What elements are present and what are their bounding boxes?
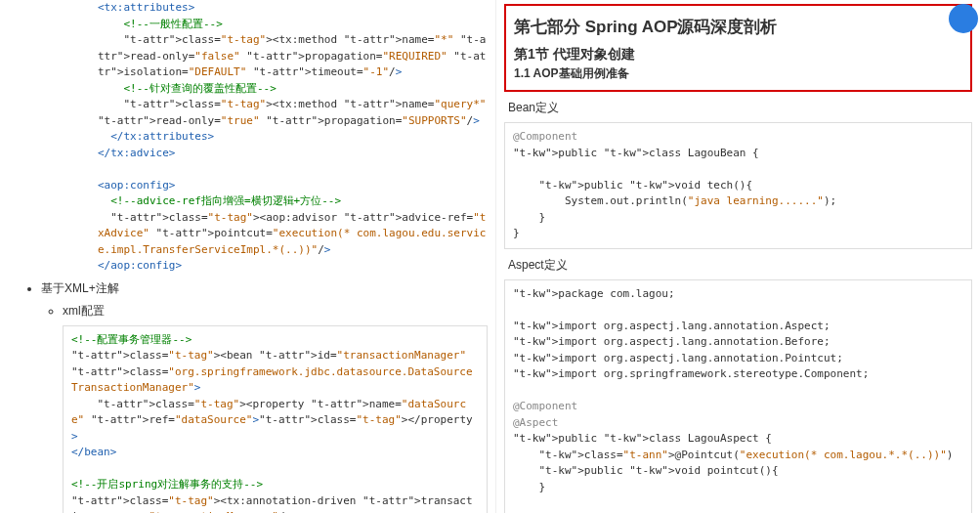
right-column: 第七部分 Spring AOP源码深度剖析 第1节 代理对象创建 1.1 AOP…: [495, 0, 980, 513]
left-column: <tx:attributes> <!--一般性配置--> "t-attr">cl…: [0, 0, 495, 513]
bullet-xml-config: xml配置 <!--配置事务管理器--> "t-attr">class="t-t…: [63, 303, 488, 514]
code-block-1: <tx:attributes> <!--一般性配置--> "t-attr">cl…: [20, 0, 488, 275]
bullet-xml-anno: 基于XML+注解 xml配置 <!--配置事务管理器--> "t-attr">c…: [41, 280, 488, 514]
bullet-list: 基于XML+注解 xml配置 <!--配置事务管理器--> "t-attr">c…: [41, 280, 488, 514]
code-block-4: @Component "t-kw">public "t-kw">class La…: [504, 122, 972, 249]
page-root: <tx:attributes> <!--一般性配置--> "t-attr">cl…: [0, 0, 980, 513]
part-title: 第七部分 Spring AOP源码深度剖析: [514, 16, 962, 38]
code-block-5: "t-kw">package com.lagou; "t-kw">import …: [504, 279, 972, 514]
subsection-title: 1.1 AOP基础用例准备: [514, 65, 962, 82]
aspect-label: Aspect定义: [508, 257, 968, 274]
bullet-text: xml配置: [63, 304, 105, 318]
bean-label: Bean定义: [508, 100, 968, 116]
section-title: 第1节 代理对象创建: [514, 46, 962, 64]
highlight-box: 第七部分 Spring AOP源码深度剖析 第1节 代理对象创建 1.1 AOP…: [504, 4, 972, 92]
bullet-text: 基于XML+注解: [41, 281, 119, 295]
code-block-2: <!--配置事务管理器--> "t-attr">class="t-tag"><b…: [63, 325, 488, 514]
avatar-circle: [949, 4, 978, 33]
